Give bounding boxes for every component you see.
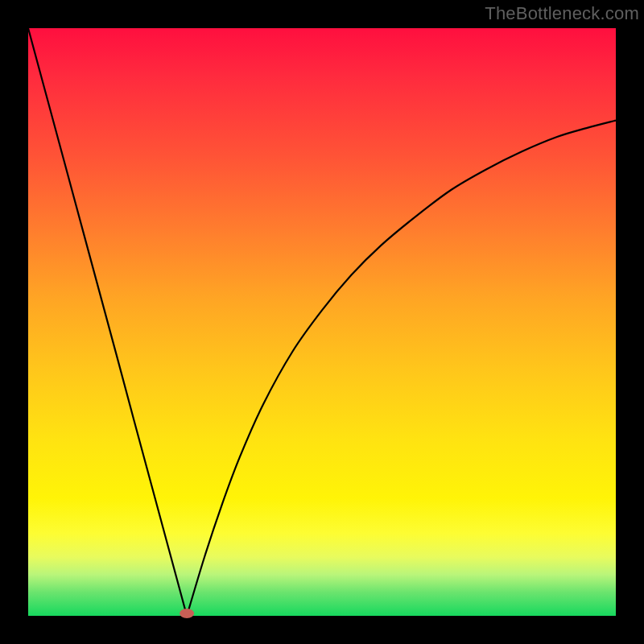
bottleneck-curve: [28, 28, 616, 616]
plot-area: [28, 28, 616, 616]
watermark-text: TheBottleneck.com: [485, 3, 639, 24]
minimum-marker: [180, 609, 194, 618]
chart-svg: [28, 28, 616, 616]
chart-frame: TheBottleneck.com: [0, 0, 644, 644]
